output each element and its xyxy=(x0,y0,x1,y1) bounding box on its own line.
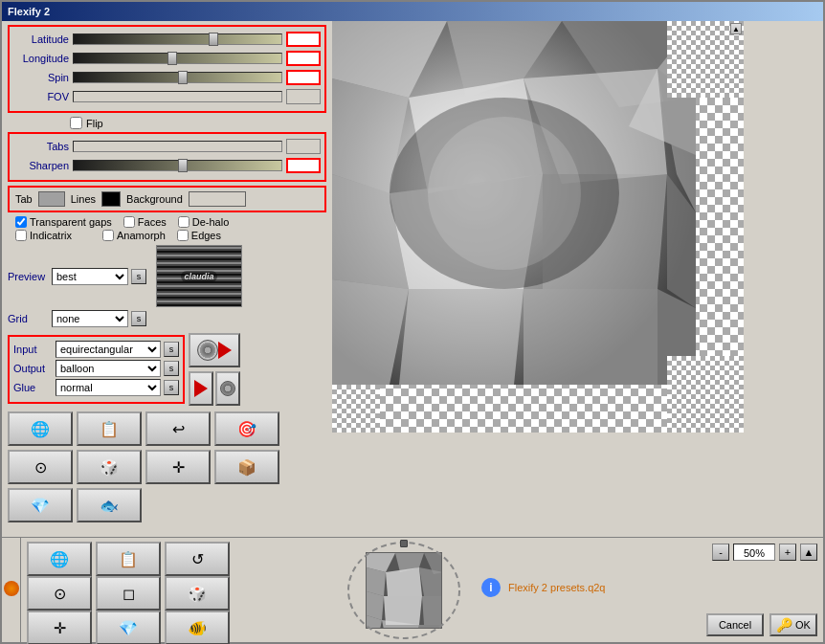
longitude-thumb[interactable] xyxy=(167,52,177,65)
cancel-button[interactable]: Cancel xyxy=(706,613,764,636)
gem-button[interactable]: 💎 xyxy=(8,488,73,522)
preview-s-button[interactable]: s xyxy=(131,269,146,284)
preview-svg xyxy=(332,21,696,385)
ring-button[interactable]: ⊙ xyxy=(27,576,92,611)
indicatrix-label: Indicatrix xyxy=(30,230,72,241)
latitude-thumb[interactable] xyxy=(209,33,218,46)
dialog-buttons: Cancel 🔑 OK xyxy=(481,613,817,636)
square-button[interactable]: ◻ xyxy=(96,576,161,611)
preview-label: Preview xyxy=(8,271,52,282)
input-select[interactable]: equirectangular cubemap mercator xyxy=(56,341,161,358)
dice-button[interactable]: 🎲 xyxy=(77,450,142,484)
cd-play-button[interactable] xyxy=(189,333,240,367)
de-halo-label: De-halo xyxy=(192,216,230,228)
claudia-preview: claudia xyxy=(156,245,242,307)
circle-button[interactable]: ⊙ xyxy=(8,450,73,484)
latitude-label: Latitude xyxy=(13,33,73,45)
edges-item: Edges xyxy=(177,230,221,241)
iog-section: Input equirectangular cubemap mercator s… xyxy=(8,335,185,404)
corner-checker-br xyxy=(667,356,744,433)
flame-icon xyxy=(4,581,19,596)
transparent-gaps-checkbox[interactable] xyxy=(15,216,27,228)
background-color-swatch[interactable] xyxy=(189,191,246,207)
anamorph-checkbox[interactable] xyxy=(102,230,114,241)
wave-button[interactable]: 🐟 xyxy=(77,488,142,522)
spin-input[interactable]: 17 xyxy=(286,70,321,85)
tab-lines-bg-section: Tab Lines Background xyxy=(8,186,326,212)
flip-checkbox[interactable] xyxy=(70,117,82,129)
input-row: Input equirectangular cubemap mercator s xyxy=(13,341,179,358)
latitude-input[interactable]: 0 xyxy=(286,32,321,47)
latitude-row: Latitude 0 xyxy=(13,31,321,48)
output-label: Output xyxy=(13,363,56,374)
zoom-minus-button[interactable]: - xyxy=(712,544,729,561)
undo-button[interactable]: ↩ xyxy=(145,411,211,446)
longitude-track[interactable] xyxy=(73,53,282,64)
spin-label: Spin xyxy=(13,72,73,83)
de-halo-checkbox[interactable] xyxy=(178,216,190,228)
faces-checkbox[interactable] xyxy=(123,216,135,228)
sharpen-thumb[interactable] xyxy=(178,159,188,172)
sharpen-track[interactable] xyxy=(73,160,282,171)
glue-select[interactable]: normal blend overlay xyxy=(56,379,161,396)
indicatrix-item: Indicatrix xyxy=(15,230,72,241)
claudia-text: claudia xyxy=(181,271,216,282)
spin-track[interactable] xyxy=(73,72,282,83)
longitude-label: Longitude xyxy=(13,53,73,64)
zoom-value-display: 50% xyxy=(733,544,775,561)
checkbox-row-1: Transparent gaps Faces De-halo xyxy=(8,216,326,228)
grid-select[interactable]: none small medium large xyxy=(52,310,128,327)
copy-button[interactable]: 📋 xyxy=(77,411,142,446)
info-icon[interactable]: i xyxy=(481,578,501,597)
cross-button[interactable]: ✛ xyxy=(27,611,92,644)
indicatrix-checkbox[interactable] xyxy=(15,230,27,241)
edges-checkbox[interactable] xyxy=(177,230,189,241)
fish-button[interactable]: 🐠 xyxy=(165,611,230,644)
scroll-up-button[interactable]: ▲ xyxy=(800,544,817,561)
anamorph-item: Anamorph xyxy=(102,230,166,241)
grid-select-row: Grid none small medium large s xyxy=(8,310,326,327)
grid-s-button[interactable]: s xyxy=(131,311,146,326)
latitude-track[interactable] xyxy=(73,33,282,45)
glue-s-button[interactable]: s xyxy=(164,380,179,395)
bottom-right-controls: - 50% + ▲ i Flexify 2 presets.q2q Cancel… xyxy=(476,538,823,642)
cube-button[interactable]: 🎲 xyxy=(165,576,230,611)
globe-button[interactable]: 🌐 xyxy=(8,411,73,446)
input-s-button[interactable]: s xyxy=(164,342,179,357)
crosshair-button[interactable]: ✛ xyxy=(145,450,211,484)
tabs-row: Tabs 33 xyxy=(13,138,321,155)
preview-select[interactable]: best good fast xyxy=(52,268,128,285)
output-select[interactable]: balloon cubemap cylinder xyxy=(56,360,161,377)
scroll-indicator[interactable]: ▲ xyxy=(730,23,742,34)
left-controls: Latitude 0 Longitude -10 Spin xyxy=(2,21,332,537)
tabs-track[interactable] xyxy=(73,141,282,152)
sharpen-label: Sharpen xyxy=(13,160,73,171)
fov-input[interactable]: 120 xyxy=(286,89,321,104)
globe-button-2[interactable]: 🌐 xyxy=(27,542,92,576)
longitude-input[interactable]: -10 xyxy=(286,51,321,66)
paste-button[interactable]: 📋 xyxy=(96,542,161,576)
sharpen-input[interactable]: 30 xyxy=(286,158,321,173)
checkbox-row-2: Indicatrix Anamorph Edges xyxy=(8,230,326,241)
lines-color-swatch[interactable] xyxy=(101,191,121,207)
bottom-left-controls: 🌐 📋 ↺ ⊙ ◻ 🎲 ✛ 💎 🐠 xyxy=(21,538,332,642)
fov-track[interactable] xyxy=(73,91,282,102)
bottom-area: 🌐 📋 ↺ ⊙ ◻ 🎲 ✛ 💎 🐠 xyxy=(2,537,823,642)
gem-button-2[interactable]: 💎 xyxy=(96,611,161,644)
ok-button[interactable]: 🔑 OK xyxy=(769,613,817,636)
svg-marker-14 xyxy=(399,289,524,385)
box-button[interactable]: 📦 xyxy=(214,450,279,484)
spin-thumb[interactable] xyxy=(178,71,188,84)
play-button-2[interactable] xyxy=(189,371,213,406)
target-button[interactable]: 🎯 xyxy=(214,411,279,446)
output-s-button[interactable]: s xyxy=(164,361,179,376)
background-text-label: Background xyxy=(126,193,183,205)
cd-button-2[interactable] xyxy=(215,371,240,406)
tabs-input[interactable]: 33 xyxy=(286,139,321,154)
fov-label: FOV xyxy=(13,91,73,102)
bottom-btn-row-3: ✛ 💎 🐠 xyxy=(27,611,326,644)
edges-label: Edges xyxy=(191,230,221,241)
rotate-button[interactable]: ↺ xyxy=(165,542,230,576)
tab-color-swatch[interactable] xyxy=(38,191,65,207)
zoom-plus-button[interactable]: + xyxy=(779,544,796,561)
